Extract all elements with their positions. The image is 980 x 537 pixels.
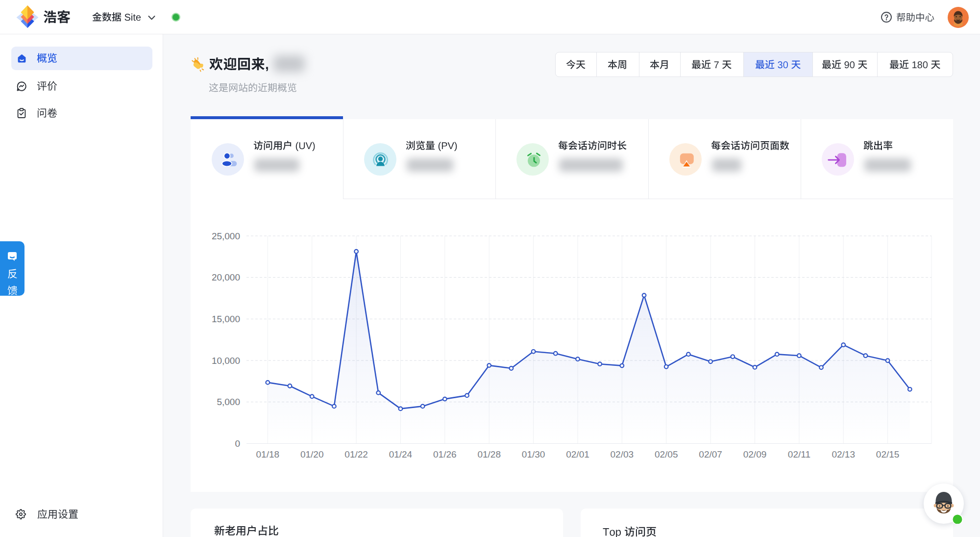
svg-text:01/24: 01/24	[389, 449, 413, 460]
svg-text:5,000: 5,000	[217, 397, 240, 407]
svg-text:0: 0	[235, 438, 240, 449]
svg-text:02/15: 02/15	[876, 449, 900, 460]
svg-text:02/09: 02/09	[743, 449, 767, 460]
svg-text:01/18: 01/18	[256, 449, 280, 460]
svg-text:01/28: 01/28	[477, 449, 501, 460]
svg-text:01/20: 01/20	[300, 449, 324, 460]
svg-text:10,000: 10,000	[212, 356, 240, 366]
svg-text:01/22: 01/22	[344, 449, 368, 460]
svg-text:02/05: 02/05	[655, 449, 678, 460]
svg-text:02/07: 02/07	[699, 449, 722, 460]
svg-text:01/30: 01/30	[522, 449, 545, 460]
svg-text:25,000: 25,000	[212, 231, 240, 241]
svg-text:02/03: 02/03	[611, 449, 634, 460]
svg-text:20,000: 20,000	[212, 272, 240, 282]
svg-text:02/11: 02/11	[788, 449, 810, 460]
svg-text:02/01: 02/01	[566, 449, 589, 460]
svg-text:01/26: 01/26	[433, 449, 457, 460]
svg-text:02/13: 02/13	[832, 449, 855, 460]
svg-text:15,000: 15,000	[212, 314, 240, 324]
